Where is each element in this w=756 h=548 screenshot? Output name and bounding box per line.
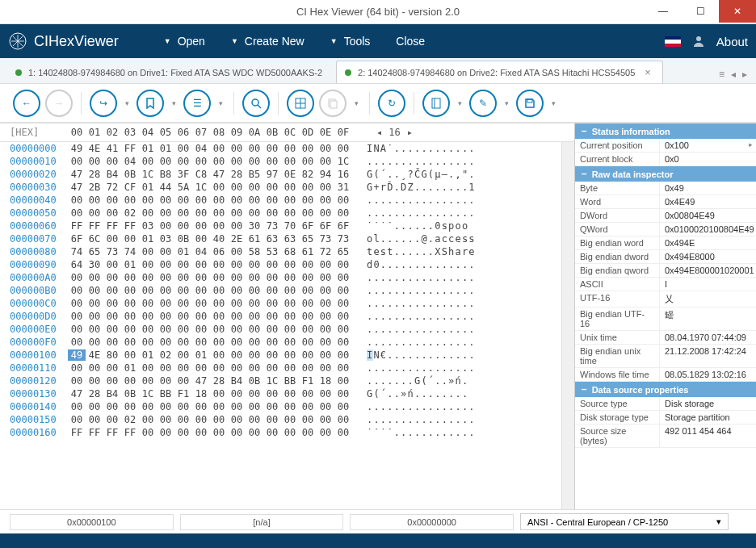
save-button[interactable]: [516, 90, 544, 117]
tab-drive2[interactable]: 2: 14024808-974984680 on Drive2: Fixed A…: [336, 61, 663, 83]
inspector-row[interactable]: Big endian word0x494E: [575, 236, 756, 250]
copy-dropdown[interactable]: ▾: [351, 99, 361, 107]
hex-row[interactable]: 0000015000000002000000000000000000000000…: [10, 413, 561, 426]
hex-ascii: .......G(´..»ń.: [367, 375, 468, 387]
menu-create-new[interactable]: ▼Create New: [218, 24, 317, 58]
window-title: CI Hex Viewer (64 bit) - version 2.0: [0, 6, 756, 18]
hex-row[interactable]: 00000100494E8000010200010000000000000000…: [10, 349, 561, 362]
vertical-scrollbar[interactable]: [561, 142, 574, 509]
inspector-row[interactable]: Big endian unix time21.12.2008 17:42:24: [575, 345, 756, 368]
hex-row[interactable]: 000000F000000000000000000000000000000000…: [10, 336, 561, 349]
hex-row[interactable]: 000000100000000400000000000000000000001C…: [10, 155, 561, 168]
hex-row[interactable]: 000000E000000000000000000000000000000000…: [10, 323, 561, 336]
close-button[interactable]: ✕: [719, 0, 756, 23]
bookmark-button[interactable]: [136, 90, 164, 117]
hex-row[interactable]: 000000A000000000000000000000000000000000…: [10, 271, 561, 284]
inspector-row[interactable]: Word0x4E49: [575, 195, 756, 209]
hex-row[interactable]: 0000009064300001000000000000000000000000…: [10, 258, 561, 271]
list-button[interactable]: ☰: [183, 90, 211, 117]
hex-offset: 000000C0: [10, 298, 68, 309]
hex-row[interactable]: 0000011000000001000000000000000000000000…: [10, 362, 561, 374]
section-status[interactable]: −Status information: [575, 123, 756, 139]
hex-body[interactable]: 00000000494E41FF010100040000000000000000…: [0, 142, 561, 509]
inspector-row[interactable]: Big endian dword0x494E8000: [575, 250, 756, 264]
hex-ascii: ................: [367, 195, 476, 206]
inspector-row[interactable]: Byte0x49: [575, 182, 756, 195]
minimize-button[interactable]: —: [645, 0, 682, 23]
hex-row[interactable]: 0000004000000000000000000000000000000000…: [10, 194, 561, 207]
hex-header: [HEX] 000102030405060708090A0B0C0D0E0F ◂…: [0, 123, 574, 142]
refresh-button[interactable]: ↻: [378, 90, 405, 117]
hex-row[interactable]: 000000D000000000000000000000000000000000…: [10, 310, 561, 323]
status-selection[interactable]: [n/a]: [180, 514, 344, 530]
inspector-row[interactable]: UTF-16乂: [575, 291, 756, 307]
inspector-row[interactable]: Big endian UTF-16罎: [575, 307, 756, 331]
hex-row[interactable]: 000000B000000000000000000000000000000000…: [10, 284, 561, 297]
inspector-row[interactable]: Source typeDisk storage: [575, 397, 756, 411]
hex-area: [HEX] 000102030405060708090A0B0C0D0E0F ◂…: [0, 123, 574, 509]
page-next-icon[interactable]: ▸: [407, 127, 413, 138]
inspector-row[interactable]: Windows file time08.05.1829 13:02:16: [575, 368, 756, 382]
search-button[interactable]: [242, 90, 270, 117]
hex-offset: 00000130: [10, 388, 68, 399]
bookmark-dropdown[interactable]: ▾: [169, 99, 178, 107]
inspector-row[interactable]: Source size (bytes)492 011 454 464: [575, 425, 756, 448]
hex-row[interactable]: 000000204728B40B1CB83FC84728B5970E829416…: [10, 168, 561, 181]
column-button[interactable]: [422, 90, 450, 117]
hex-row[interactable]: 000001304728B40B1CBBF1180000000000000000…: [10, 387, 561, 400]
list-dropdown[interactable]: ▾: [216, 99, 225, 107]
status-offset[interactable]: 0x00000000: [350, 514, 514, 530]
inspector-row[interactable]: DWord0x00804E49: [575, 209, 756, 223]
column-dropdown[interactable]: ▾: [455, 99, 464, 107]
inspector-row[interactable]: Unix time08.04.1970 07:44:09: [575, 331, 756, 345]
hex-row[interactable]: 00000120000000000000004728B40B1CBBF11800…: [10, 374, 561, 387]
hex-row[interactable]: 00000160FFFFFFFF000000000000000000000000…: [10, 426, 561, 439]
maximize-button[interactable]: ☐: [682, 0, 719, 23]
tab-list-icon[interactable]: ≡: [716, 69, 727, 80]
language-flag-icon[interactable]: [665, 36, 681, 47]
tab-status-dot-icon: [345, 69, 351, 76]
hex-row[interactable]: 0000014000000000000000000000000000000000…: [10, 400, 561, 413]
menu-about[interactable]: About: [716, 35, 748, 48]
inspector-row[interactable]: Big endian qword0x494E800001020001: [575, 264, 756, 278]
hex-row[interactable]: 00000000494E41FF010100040000000000000000…: [10, 142, 561, 155]
inspector-row[interactable]: Disk storage typeStorage partition: [575, 411, 756, 425]
edit-button[interactable]: ✎: [469, 90, 497, 117]
tab-prev-icon[interactable]: ◂: [729, 69, 738, 80]
hex-row[interactable]: 00000030472B72CF01445A1C0000000000000031…: [10, 181, 561, 194]
user-icon[interactable]: [692, 35, 705, 48]
tab-next-icon[interactable]: ▸: [740, 69, 750, 80]
hex-row[interactable]: 00000060FFFFFFFF0300000000003073706F6F6F…: [10, 220, 561, 232]
grid-button[interactable]: [287, 90, 314, 117]
page-prev-icon[interactable]: ◂: [376, 127, 382, 138]
goto-button[interactable]: ↪: [90, 90, 117, 117]
inspector-row[interactable]: Current block0x0: [575, 153, 756, 166]
inspector-row[interactable]: Current position0x100▸: [575, 139, 756, 153]
section-source[interactable]: −Data source properties: [575, 382, 756, 397]
hex-row[interactable]: 000000C000000000000000000000000000000000…: [10, 297, 561, 310]
hex-ascii: ................: [367, 337, 476, 348]
hex-ascii: ................: [367, 207, 476, 219]
menu-close[interactable]: Close: [383, 24, 438, 58]
status-position[interactable]: 0x00000100: [10, 514, 174, 530]
tab-drive1[interactable]: 1: 14024808-974984680 on Drive1: Fixed A…: [6, 61, 334, 83]
inspector-row[interactable]: QWord0x0100020100804E49: [575, 223, 756, 236]
hex-offset: 00000060: [10, 220, 68, 232]
edit-dropdown[interactable]: ▾: [502, 99, 511, 107]
back-button[interactable]: ←: [13, 90, 40, 117]
hex-row[interactable]: 0000005000000002000000000000000000000000…: [10, 207, 561, 220]
save-dropdown[interactable]: ▾: [548, 99, 558, 107]
hex-offset: 00000040: [10, 195, 68, 206]
section-raw[interactable]: −Raw data inspector: [575, 166, 756, 182]
hex-row[interactable]: 000000706F6C000001030B00402E616363657373…: [10, 232, 561, 245]
status-encoding[interactable]: ANSI - Central European / CP-1250▾: [520, 513, 729, 530]
hex-col-header: 0C: [281, 127, 299, 138]
menu-open[interactable]: ▼Open: [151, 24, 218, 58]
inspector-row[interactable]: ASCIII: [575, 278, 756, 291]
menu-tools[interactable]: ▼Tools: [317, 24, 384, 58]
hex-ascii: ................: [367, 285, 476, 296]
goto-dropdown[interactable]: ▾: [122, 99, 132, 107]
arrow-icon[interactable]: ▸: [746, 139, 756, 152]
tab-close-icon[interactable]: ×: [645, 66, 651, 78]
hex-row[interactable]: 0000008074657374000001040600585368617265…: [10, 245, 561, 258]
